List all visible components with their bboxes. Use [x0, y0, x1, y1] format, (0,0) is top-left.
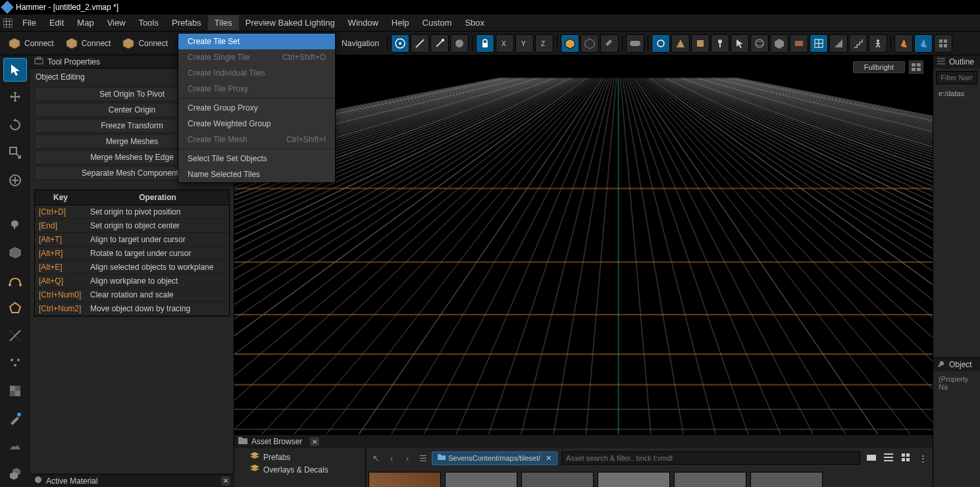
- snap-button[interactable]: [411, 34, 429, 53]
- tree-node-prefabs[interactable]: Prefabs: [240, 451, 360, 463]
- gamepad-button[interactable]: [626, 34, 644, 53]
- nav-back-button[interactable]: ↖: [369, 451, 383, 465]
- object-props-header[interactable]: Object: [933, 358, 980, 371]
- light-tool[interactable]: [3, 213, 27, 237]
- more-button[interactable]: ⋮: [916, 451, 930, 465]
- layout-button[interactable]: [934, 34, 952, 53]
- spotlight-button[interactable]: [671, 34, 690, 53]
- svg-marker-74: [250, 465, 259, 469]
- grid-display-button[interactable]: [810, 34, 828, 53]
- connect-button-1[interactable]: Connect: [3, 34, 59, 53]
- dropdown-item[interactable]: Name Selected Tiles: [178, 167, 335, 182]
- globe-button[interactable]: [750, 34, 769, 53]
- breadcrumb[interactable]: SevensContent/maps/tileset/ ✕: [432, 451, 557, 465]
- axis-x-button[interactable]: X: [496, 34, 514, 53]
- outliner-header[interactable]: Outline: [933, 55, 980, 68]
- asset-browser-header[interactable]: Asset Browser ✕: [234, 435, 933, 448]
- ramp-button[interactable]: [829, 34, 848, 53]
- box-icon: [7, 36, 22, 51]
- dropdown-item-shortcut: Ctrl+Shift+O: [282, 53, 326, 62]
- menu-tools[interactable]: Tools: [132, 15, 165, 30]
- dropdown-item[interactable]: Create Weighted Group: [178, 116, 335, 132]
- menu-window[interactable]: Window: [342, 15, 385, 30]
- menu-view[interactable]: View: [101, 15, 132, 30]
- folder-button[interactable]: [864, 451, 879, 465]
- shortcut-row: [Alt+Q]Align workplane to object: [35, 274, 229, 288]
- dropdown-item[interactable]: Create Group Proxy: [178, 100, 335, 116]
- nav-prev-button[interactable]: ‹: [384, 451, 399, 465]
- package-button[interactable]: [691, 34, 709, 53]
- scale-tool[interactable]: [3, 141, 27, 165]
- grid-view-button[interactable]: [898, 451, 913, 465]
- multi-block-tool[interactable]: [3, 462, 27, 486]
- cube-select-button[interactable]: [561, 34, 579, 53]
- menu-prefabs[interactable]: Prefabs: [165, 15, 208, 30]
- dots-tool[interactable]: [3, 351, 27, 375]
- pin-button[interactable]: [711, 34, 729, 53]
- cursor-button[interactable]: [731, 34, 749, 53]
- crate-button[interactable]: [770, 34, 788, 53]
- asset-thumb[interactable]: [445, 472, 517, 487]
- outliner-filter-input[interactable]: [936, 71, 977, 84]
- list-view-button[interactable]: [881, 451, 896, 465]
- asset-search-input[interactable]: [561, 451, 860, 465]
- viewport-mode-label[interactable]: Fullbright: [853, 61, 905, 73]
- connect-button-3[interactable]: Connect: [116, 34, 172, 53]
- paint-tool[interactable]: [3, 407, 27, 430]
- viewport-3d[interactable]: Fullbright: [234, 55, 933, 487]
- texture-tool[interactable]: [3, 379, 27, 403]
- shortcut-operation: Set origin to object center: [86, 219, 229, 232]
- menu-map[interactable]: Map: [70, 15, 100, 30]
- stairs-button[interactable]: [849, 34, 867, 53]
- wand-button[interactable]: [430, 34, 449, 53]
- add-tool[interactable]: [3, 168, 27, 192]
- sphere-button[interactable]: [450, 34, 469, 53]
- active-material-panel[interactable]: Active Material ✕: [30, 474, 234, 487]
- close-icon[interactable]: ✕: [310, 437, 319, 446]
- cut-tool[interactable]: [3, 324, 27, 347]
- axis-y-button[interactable]: Y: [515, 34, 534, 53]
- menu-edit[interactable]: Edit: [43, 15, 70, 30]
- viewport-layout-icon[interactable]: [909, 61, 923, 74]
- dropdown-item[interactable]: Create Tile Set: [178, 34, 335, 49]
- light-toggle-button[interactable]: [652, 34, 670, 53]
- close-icon[interactable]: ✕: [546, 454, 552, 463]
- run-button[interactable]: [869, 34, 887, 53]
- menu-sbox[interactable]: Sbox: [458, 15, 491, 30]
- move-tool[interactable]: [3, 86, 27, 109]
- hammer-icon-button[interactable]: [600, 34, 619, 53]
- select-tool[interactable]: [3, 58, 27, 82]
- close-icon[interactable]: ✕: [221, 476, 230, 486]
- menu-custom[interactable]: Custom: [416, 15, 459, 30]
- cube-wire-button[interactable]: [580, 34, 599, 53]
- menu-file[interactable]: File: [16, 15, 43, 30]
- grip-icon[interactable]: [1, 16, 14, 30]
- polygon-tool[interactable]: [3, 296, 27, 320]
- nav-next-button[interactable]: ›: [400, 451, 415, 465]
- terrain-tool[interactable]: [3, 434, 27, 458]
- asset-thumb[interactable]: [521, 472, 594, 487]
- path-tool[interactable]: [3, 269, 27, 292]
- asset-thumb[interactable]: [674, 472, 746, 487]
- nav-menu-button[interactable]: ☰: [416, 451, 430, 465]
- fire-button[interactable]: [894, 34, 913, 53]
- box-icon: [64, 36, 79, 51]
- brick-button[interactable]: [790, 34, 808, 53]
- block-tool[interactable]: [3, 241, 27, 265]
- asset-thumb[interactable]: [598, 472, 670, 487]
- rotate-tool[interactable]: [3, 113, 27, 137]
- asset-thumb[interactable]: [750, 472, 823, 487]
- lock-axis-button[interactable]: [476, 34, 494, 53]
- menu-preview-baked-lighting[interactable]: Preview Baked Lighting: [239, 15, 342, 30]
- tree-node-overlays[interactable]: Overlays & Decals: [240, 463, 360, 476]
- asset-thumb[interactable]: [369, 472, 441, 487]
- fire-blue-button[interactable]: [914, 34, 933, 53]
- navigation-button[interactable]: Navigation: [337, 34, 384, 53]
- menu-help[interactable]: Help: [385, 15, 416, 30]
- menu-tiles[interactable]: Tiles: [208, 15, 239, 30]
- axis-z-button[interactable]: Z: [535, 34, 554, 53]
- connect-button-2[interactable]: Connect: [60, 34, 116, 53]
- dropdown-item[interactable]: Select Tile Set Objects: [178, 151, 335, 167]
- gizmo-button[interactable]: [391, 34, 409, 53]
- svg-rect-84: [902, 458, 905, 461]
